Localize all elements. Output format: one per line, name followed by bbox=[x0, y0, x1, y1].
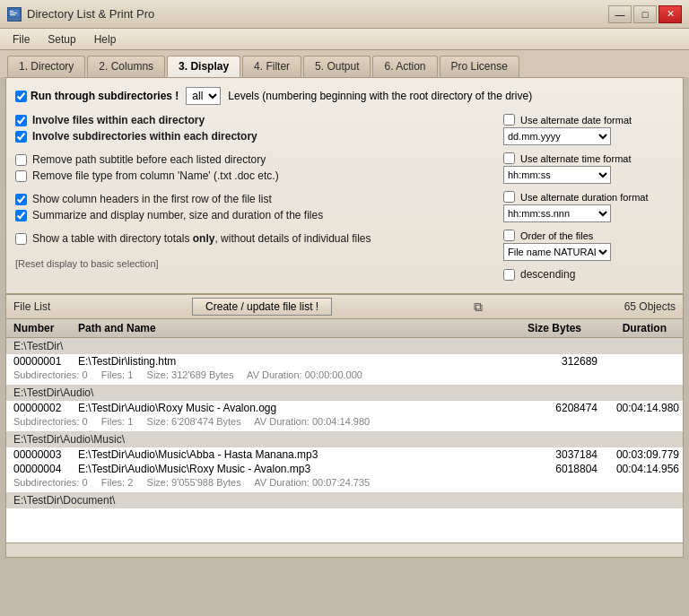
time-format-select[interactable]: hh:mm:ss hh:mm bbox=[503, 166, 611, 184]
dur-format-select[interactable]: hh:mm:ss.nnn hh:mm:ss bbox=[503, 204, 611, 222]
column-headers: Number Path and Name Size Bytes Duration bbox=[5, 318, 684, 337]
summary-row: Subdirectories: 0 Files: 1 Size: 6'208'4… bbox=[6, 415, 683, 428]
horizontal-scrollbar[interactable] bbox=[5, 543, 684, 558]
file-size: 312689 bbox=[517, 355, 597, 368]
col-number-header: Number bbox=[6, 322, 78, 334]
summary-row: Subdirectories: 0 Files: 2 Size: 9'055'9… bbox=[6, 476, 683, 489]
summary-row: Subdirectories: 0 Files: 1 Size: 312'689… bbox=[6, 369, 683, 381]
subdir-checkbox[interactable] bbox=[15, 91, 27, 102]
options-left: Involve files within each directory Invo… bbox=[15, 114, 489, 284]
table-row: 00000003 E:\TestDir\Audio\Music\Abba - H… bbox=[6, 447, 683, 462]
order-checkbox[interactable] bbox=[503, 230, 515, 241]
tab-display[interactable]: 3. Display bbox=[167, 56, 240, 77]
menu-setup[interactable]: Setup bbox=[39, 31, 84, 48]
title-bar-left: Directory List & Print Pro bbox=[7, 7, 154, 22]
opt-involve-subdirs: Involve subdirectories within each direc… bbox=[15, 130, 489, 143]
opt-involve-files: Involve files within each directory bbox=[15, 114, 489, 126]
app-title: Directory List & Print Pro bbox=[27, 7, 154, 21]
menu-help[interactable]: Help bbox=[85, 31, 126, 48]
file-path: E:\TestDir\Audio\Roxy Music - Avalon.ogg bbox=[78, 402, 517, 414]
descending-checkbox[interactable] bbox=[503, 269, 515, 281]
order-section: Order of the files File name NATURAL Fil… bbox=[503, 230, 674, 261]
alt-date-checkbox[interactable] bbox=[503, 114, 515, 126]
levels-select[interactable]: all 12345 bbox=[186, 87, 221, 105]
subdir-row: Run through subdirectories ! all 12345 L… bbox=[15, 87, 674, 105]
dir-totals-checkbox[interactable] bbox=[15, 233, 27, 245]
file-duration: 00:04:14.956 bbox=[597, 463, 683, 475]
involve-subdirs-checkbox[interactable] bbox=[15, 131, 27, 143]
alt-date-label: Use alternate date format bbox=[520, 115, 632, 126]
dir-entry: E:\TestDir\Audio\Music\ bbox=[6, 431, 683, 447]
file-path: E:\TestDir\Audio\Music\Abba - Hasta Mana… bbox=[78, 448, 517, 461]
file-list-section: File List Create / update file list ! ⧉ … bbox=[5, 294, 684, 558]
order-format-select[interactable]: File name NATURAL File name Date Size bbox=[503, 243, 611, 261]
file-list-body[interactable]: E:\TestDir\ 00000001 E:\TestDir\listing.… bbox=[5, 337, 684, 543]
file-path: E:\TestDir\Audio\Music\Roxy Music - Aval… bbox=[78, 463, 517, 475]
dir-entry: E:\TestDir\Document\ bbox=[6, 492, 683, 508]
alt-dur-row: Use alternate duration format bbox=[503, 191, 674, 203]
svg-rect-3 bbox=[10, 14, 15, 15]
maximize-button[interactable]: □ bbox=[633, 5, 657, 23]
title-bar: Directory List & Print Pro — □ ✕ bbox=[0, 0, 689, 29]
descending-row: descending bbox=[503, 268, 674, 281]
involve-files-checkbox[interactable] bbox=[15, 115, 27, 126]
svg-rect-1 bbox=[10, 11, 13, 12]
col-size-header: Size Bytes bbox=[501, 322, 581, 334]
file-list-label: File List bbox=[13, 300, 50, 313]
opt-remove-path: Remove path subtitle before each listed … bbox=[15, 153, 489, 166]
tab-filter[interactable]: 4. Filter bbox=[242, 56, 301, 77]
display-panel: Run through subdirectories ! all 12345 L… bbox=[5, 77, 684, 294]
alt-dur-label: Use alternate duration format bbox=[520, 192, 648, 203]
minimize-button[interactable]: — bbox=[608, 5, 632, 23]
table-row: 00000004 E:\TestDir\Audio\Music\Roxy Mus… bbox=[6, 462, 683, 476]
alt-dur-checkbox[interactable] bbox=[503, 191, 515, 203]
alt-time-label: Use alternate time format bbox=[520, 153, 632, 164]
show-headers-checkbox[interactable] bbox=[15, 194, 27, 205]
options-area: Involve files within each directory Invo… bbox=[15, 114, 674, 284]
window-controls[interactable]: — □ ✕ bbox=[608, 5, 682, 23]
file-duration: 00:04:14.980 bbox=[597, 402, 683, 414]
file-number: 00000001 bbox=[6, 355, 78, 368]
alt-time-row: Use alternate time format bbox=[503, 152, 674, 164]
tab-columns[interactable]: 2. Columns bbox=[87, 56, 165, 77]
dir-entry: E:\TestDir\Audio\ bbox=[6, 385, 683, 401]
tab-pro-license[interactable]: Pro License bbox=[440, 56, 519, 77]
menu-file[interactable]: File bbox=[4, 31, 39, 48]
order-label: Order of the files bbox=[520, 230, 593, 241]
alt-time-checkbox[interactable] bbox=[503, 152, 515, 164]
file-number: 00000003 bbox=[6, 448, 78, 461]
remove-path-checkbox[interactable] bbox=[15, 154, 27, 166]
date-format-select[interactable]: dd.mm.yyyy mm/dd/yyyy yyyy-mm-dd bbox=[503, 127, 611, 145]
time-format-section: Use alternate time format hh:mm:ss hh:mm bbox=[503, 152, 674, 184]
create-update-button[interactable]: Create / update file list ! bbox=[192, 298, 332, 316]
summarize-checkbox[interactable] bbox=[15, 210, 27, 221]
dir-entry: E:\TestDir\ bbox=[6, 338, 683, 354]
tab-output[interactable]: 5. Output bbox=[303, 56, 371, 77]
options-right: Use alternate date format dd.mm.yyyy mm/… bbox=[503, 114, 674, 284]
file-size: 6208474 bbox=[517, 402, 597, 414]
file-size: 6018804 bbox=[517, 463, 597, 475]
alt-date-row: Use alternate date format bbox=[503, 114, 674, 126]
descending-label: descending bbox=[520, 268, 575, 281]
tab-action[interactable]: 6. Action bbox=[372, 56, 437, 77]
table-row: 00000001 E:\TestDir\listing.htm 312689 bbox=[6, 354, 683, 369]
close-button[interactable]: ✕ bbox=[658, 5, 682, 23]
reset-link[interactable]: [Reset display to basic selection] bbox=[15, 258, 159, 269]
duration-format-section: Use alternate duration format hh:mm:ss.n… bbox=[503, 191, 674, 222]
file-path: E:\TestDir\listing.htm bbox=[78, 355, 517, 368]
objects-count: 65 Objects bbox=[624, 300, 676, 313]
file-number: 00000004 bbox=[6, 463, 78, 475]
table-row: 00000002 E:\TestDir\Audio\Roxy Music - A… bbox=[6, 401, 683, 415]
col-path-header: Path and Name bbox=[78, 322, 501, 334]
opt-remove-filetype: Remove file type from column 'Name' (.tx… bbox=[15, 169, 489, 182]
levels-text: Levels (numbering beginning with the roo… bbox=[228, 90, 532, 102]
copy-icon[interactable]: ⧉ bbox=[474, 299, 483, 315]
file-number: 00000002 bbox=[6, 402, 78, 414]
col-duration-header: Duration bbox=[581, 322, 667, 334]
tab-directory[interactable]: 1. Directory bbox=[7, 56, 85, 77]
tab-bar: 1. Directory 2. Columns 3. Display 4. Fi… bbox=[0, 50, 689, 77]
file-duration: 00:03:09.779 bbox=[597, 448, 683, 461]
app-icon bbox=[7, 7, 22, 22]
remove-filetype-checkbox[interactable] bbox=[15, 170, 27, 182]
subdir-label[interactable]: Run through subdirectories ! bbox=[15, 90, 179, 102]
